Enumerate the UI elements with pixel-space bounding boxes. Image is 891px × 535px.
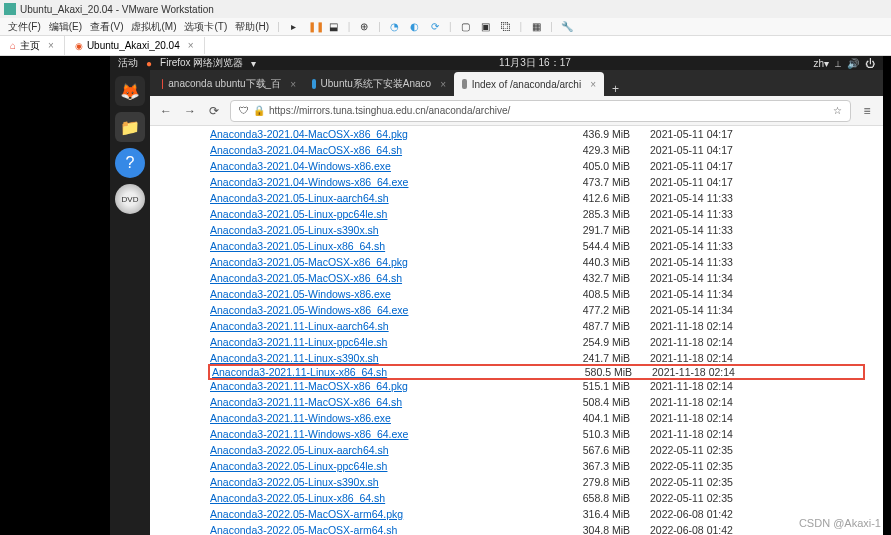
file-link[interactable]: Anaconda3-2021.11-MacOSX-x86_64.pkg <box>210 380 520 392</box>
dock-files[interactable]: 📁 <box>115 112 145 142</box>
file-size: 567.6 MiB <box>520 444 650 456</box>
close-icon[interactable]: × <box>290 79 296 90</box>
vmware-tab-home[interactable]: ⌂ 主页 × <box>0 36 65 56</box>
file-link[interactable]: Anaconda3-2021.11-Windows-x86.exe <box>210 412 520 424</box>
file-link[interactable]: Anaconda3-2021.05-Linux-aarch64.sh <box>210 192 520 204</box>
file-link[interactable]: Anaconda3-2021.11-Linux-aarch64.sh <box>210 320 520 332</box>
menu-tabs[interactable]: 选项卡(T) <box>184 20 227 34</box>
file-link[interactable]: Anaconda3-2021.04-Windows-x86.exe <box>210 160 520 172</box>
file-row: Anaconda3-2021.05-Windows-x86_64.exe477.… <box>210 302 863 318</box>
wrench-icon[interactable]: 🔧 <box>561 21 573 32</box>
file-size: 412.6 MiB <box>520 192 650 204</box>
favicon <box>462 79 467 89</box>
file-link[interactable]: Anaconda3-2021.04-MacOSX-x86_64.sh <box>210 144 520 156</box>
url-input[interactable]: 🛡 🔒 https://mirrors.tuna.tsinghua.edu.cn… <box>230 100 851 122</box>
file-link[interactable]: Anaconda3-2022.05-MacOSX-arm64.sh <box>210 524 520 535</box>
tool1-icon[interactable]: ◔ <box>389 21 401 32</box>
menu-button[interactable]: ≡ <box>859 104 875 118</box>
file-link[interactable]: Anaconda3-2022.05-Linux-x86_64.sh <box>210 492 520 504</box>
file-row: Anaconda3-2021.11-Windows-x86.exe404.1 M… <box>210 410 863 426</box>
browser-tab-2[interactable]: Index of /anaconda/archi × <box>454 72 604 96</box>
browser-tab-0[interactable]: anaconda ubuntu下载_百 × <box>154 72 304 96</box>
file-size: 291.7 MiB <box>520 224 650 236</box>
tool3-icon[interactable]: ⟳ <box>429 21 441 32</box>
menu-edit[interactable]: 编辑(E) <box>49 20 82 34</box>
file-link[interactable]: Anaconda3-2021.05-MacOSX-x86_64.sh <box>210 272 520 284</box>
file-date: 2021-05-14 11:33 <box>650 240 780 252</box>
new-tab-button[interactable]: + <box>604 82 627 96</box>
vmware-icon <box>4 3 16 15</box>
close-icon[interactable]: × <box>590 79 596 90</box>
file-link[interactable]: Anaconda3-2021.05-Windows-x86_64.exe <box>210 304 520 316</box>
file-date: 2021-11-18 02:14 <box>650 352 780 364</box>
file-link[interactable]: Anaconda3-2021.05-Linux-x86_64.sh <box>210 240 520 252</box>
tool2-icon[interactable]: ◐ <box>409 21 421 32</box>
activities-button[interactable]: 活动 <box>118 56 138 70</box>
dock-firefox[interactable]: 🦊 <box>115 76 145 106</box>
active-app[interactable]: Firefox 网络浏览器 <box>160 56 243 70</box>
file-row: Anaconda3-2021.11-Linux-ppc64le.sh254.9 … <box>210 334 863 350</box>
file-link[interactable]: Anaconda3-2021.04-Windows-x86_64.exe <box>210 176 520 188</box>
menu-file[interactable]: 文件(F) <box>8 20 41 34</box>
screen2-icon[interactable]: ▣ <box>480 21 492 32</box>
datetime[interactable]: 11月3日 16：17 <box>256 56 813 70</box>
menu-view[interactable]: 查看(V) <box>90 20 123 34</box>
file-size: 304.8 MiB <box>520 524 650 535</box>
bookmark-star-icon[interactable]: ☆ <box>833 105 842 116</box>
network-icon[interactable]: ⟂ <box>835 58 841 69</box>
screen1-icon[interactable]: ▢ <box>460 21 472 32</box>
volume-icon[interactable]: 🔊 <box>847 58 859 69</box>
power-icon[interactable]: ⏻ <box>865 58 875 69</box>
file-size: 436.9 MiB <box>520 128 650 140</box>
pause-icon[interactable]: ❚❚ <box>308 21 320 32</box>
firefox-window: anaconda ubuntu下载_百 × Ubuntu系统下安装Anaco ×… <box>150 70 883 535</box>
dock-icon[interactable]: ⬓ <box>328 21 340 32</box>
file-link[interactable]: Anaconda3-2021.05-Windows-x86.exe <box>210 288 520 300</box>
dock-dvd[interactable]: DVD <box>115 184 145 214</box>
snapshot-icon[interactable]: ⊕ <box>358 21 370 32</box>
file-link[interactable]: Anaconda3-2022.05-Linux-s390x.sh <box>210 476 520 488</box>
file-link[interactable]: Anaconda3-2021.11-MacOSX-x86_64.sh <box>210 396 520 408</box>
lang-icon[interactable]: zh▾ <box>813 58 829 69</box>
ubuntu-dock: 🦊 📁 ? DVD <box>110 70 150 535</box>
file-date: 2021-05-14 11:33 <box>650 256 780 268</box>
file-link[interactable]: Anaconda3-2021.11-Linux-x86_64.sh <box>212 366 522 378</box>
screen3-icon[interactable]: ⿻ <box>500 21 512 32</box>
file-date: 2021-05-11 04:17 <box>650 128 780 140</box>
home-icon: ⌂ <box>10 40 16 51</box>
play-icon[interactable]: ▸ <box>288 21 300 32</box>
close-icon[interactable]: × <box>48 40 54 51</box>
file-link[interactable]: Anaconda3-2021.11-Windows-x86_64.exe <box>210 428 520 440</box>
file-date: 2021-11-18 02:14 <box>652 366 782 378</box>
dock-help[interactable]: ? <box>115 148 145 178</box>
file-size: 477.2 MiB <box>520 304 650 316</box>
file-size: 404.1 MiB <box>520 412 650 424</box>
file-size: 508.4 MiB <box>520 396 650 408</box>
back-button[interactable]: ← <box>158 104 174 118</box>
reload-button[interactable]: ⟳ <box>206 104 222 118</box>
file-row: Anaconda3-2021.05-Linux-s390x.sh291.7 Mi… <box>210 222 863 238</box>
close-icon[interactable]: × <box>188 40 194 51</box>
grid-icon[interactable]: ▦ <box>530 21 542 32</box>
file-date: 2021-05-11 04:17 <box>650 176 780 188</box>
file-link[interactable]: Anaconda3-2021.05-Linux-ppc64le.sh <box>210 208 520 220</box>
lock-icon: 🔒 <box>253 105 265 116</box>
browser-tab-1[interactable]: Ubuntu系统下安装Anaco × <box>304 72 454 96</box>
file-link[interactable]: Anaconda3-2021.11-Linux-s390x.sh <box>210 352 520 364</box>
file-link[interactable]: Anaconda3-2021.05-MacOSX-x86_64.pkg <box>210 256 520 268</box>
forward-button[interactable]: → <box>182 104 198 118</box>
file-link[interactable]: Anaconda3-2022.05-Linux-aarch64.sh <box>210 444 520 456</box>
file-date: 2021-05-14 11:33 <box>650 224 780 236</box>
file-link[interactable]: Anaconda3-2021.04-MacOSX-x86_64.pkg <box>210 128 520 140</box>
file-link[interactable]: Anaconda3-2021.05-Linux-s390x.sh <box>210 224 520 236</box>
file-link[interactable]: Anaconda3-2021.11-Linux-ppc64le.sh <box>210 336 520 348</box>
menu-help[interactable]: 帮助(H) <box>235 20 269 34</box>
file-link[interactable]: Anaconda3-2022.05-MacOSX-arm64.pkg <box>210 508 520 520</box>
file-link[interactable]: Anaconda3-2022.05-Linux-ppc64le.sh <box>210 460 520 472</box>
file-date: 2021-05-14 11:33 <box>650 208 780 220</box>
close-icon[interactable]: × <box>440 79 446 90</box>
file-date: 2021-05-11 04:17 <box>650 144 780 156</box>
vmware-tab-ubuntu[interactable]: ◉ Ubuntu_Akaxi_20.04 × <box>65 37 205 54</box>
menu-vm[interactable]: 虚拟机(M) <box>131 20 176 34</box>
file-date: 2021-05-14 11:34 <box>650 288 780 300</box>
